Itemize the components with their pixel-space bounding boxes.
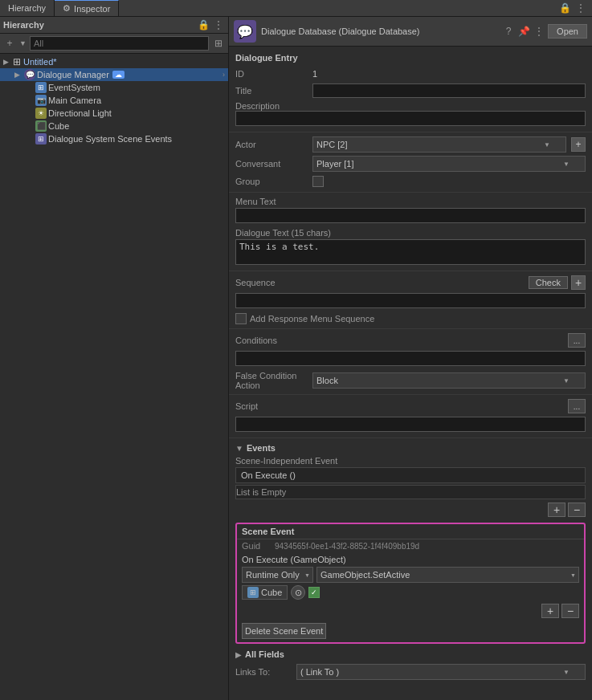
sequence-plus-btn[interactable]: + (571, 275, 586, 290)
add-scene-event-btn[interactable]: + (541, 604, 559, 618)
hierarchy-search-input[interactable] (30, 36, 209, 51)
light-icon: ☀ (35, 108, 47, 119)
cube-object-btn[interactable]: ⊞ Cube (242, 585, 288, 600)
inspector-pin-btn[interactable]: 📌 (517, 25, 530, 38)
add-response-checkbox[interactable] (235, 313, 247, 324)
list-empty-item: List is Empty (235, 485, 586, 499)
sequence-textarea[interactable] (235, 293, 586, 308)
script-row: Script ... (229, 397, 592, 415)
hierarchy-title: Hierarchy (3, 20, 44, 30)
inspector-body: Dialogue Entry ID 1 Title Description Ac… (229, 47, 592, 700)
description-textarea[interactable] (235, 111, 586, 126)
inspector-tab[interactable]: ⚙ Inspector (55, 0, 119, 16)
function-select[interactable]: GameObject.SetActive (316, 567, 579, 583)
remove-event-btn[interactable]: − (568, 503, 586, 517)
scene-event-box: Scene Event Guid 9434565f-0ee1-43f2-8852… (235, 523, 586, 644)
dialogue-text-row: Dialogue Text (15 chars) This is a test. (229, 226, 592, 268)
hierarchy-item-dialogue-manager[interactable]: ▶ 💬 Dialogue Manager ☁ › (0, 68, 228, 81)
event-add-row: + − (235, 503, 586, 517)
hierarchy-item-main-camera[interactable]: 📷 Main Camera (0, 94, 228, 107)
links-row: Links To: ( Link To ) (229, 661, 592, 682)
more-options-button[interactable]: ⋮ (574, 2, 587, 14)
conditions-label: Conditions (235, 336, 565, 345)
hierarchy-item-untitled[interactable]: ▶ ⊞ Untitled (0, 55, 228, 68)
conditions-input-row (229, 349, 592, 369)
inspector-help-btn[interactable]: ? (502, 25, 515, 38)
guid-value: 9434565f-0ee1-43f2-8852-1f4f409bb19d (275, 542, 419, 551)
actor-plus-btn[interactable]: + (571, 137, 586, 152)
scene-icon: ⊞ (13, 56, 21, 67)
conversant-select-wrapper: Player [1] (312, 156, 586, 172)
all-fields-collapse-arrow[interactable]: ▶ (235, 650, 242, 659)
delete-scene-event-btn[interactable]: Delete Scene Event (242, 623, 326, 639)
inspector-more-btn[interactable]: ⋮ (533, 25, 545, 38)
add-event-btn[interactable]: + (548, 503, 565, 517)
cube-active-checkbox[interactable]: ✓ (308, 587, 320, 598)
add-response-label: Add Response Menu Sequence (250, 314, 374, 324)
all-fields-section: ▶ All Fields (229, 647, 592, 661)
hierarchy-search-btn[interactable]: ⊞ (212, 37, 225, 50)
links-select[interactable]: ( Link To ) (296, 664, 586, 680)
hierarchy-content: ▶ ⊞ Untitled ▶ 💬 Dialogue Manager ☁ › ⊞ … (0, 54, 228, 700)
eventsystem-icon: ⊞ (35, 82, 47, 93)
expand-arrow-untitled: ▶ (3, 58, 13, 66)
hierarchy-lock-btn[interactable]: 🔒 (197, 18, 210, 31)
inspector-tab-label: Inspector (74, 4, 110, 14)
lock-button[interactable]: 🔒 (558, 2, 571, 14)
dialogue-text-textarea[interactable]: This is a test. (235, 239, 586, 265)
divider-4 (229, 328, 592, 329)
on-execute-go-label: On Execute (GameObject) (242, 555, 579, 564)
hierarchy-header-controls: 🔒 ⋮ (197, 18, 225, 31)
directional-light-label: Directional Light (48, 108, 112, 118)
conversant-select[interactable]: Player [1] (312, 156, 586, 172)
hierarchy-header: Hierarchy 🔒 ⋮ (0, 17, 228, 34)
all-fields-header: ▶ All Fields (235, 649, 586, 659)
main-camera-label: Main Camera (48, 96, 101, 105)
runtime-select-wrapper: Runtime Only (242, 567, 313, 583)
description-field-row: Description (229, 100, 592, 129)
hierarchy-item-directional-light[interactable]: ☀ Directional Light (0, 107, 228, 120)
hierarchy-item-eventsystem[interactable]: ⊞ EventSystem (0, 81, 228, 94)
hierarchy-add-btn[interactable]: + (3, 37, 16, 50)
hierarchy-item-cube[interactable]: ⬛ Cube (0, 120, 228, 132)
conditions-dots-btn[interactable]: ... (568, 333, 586, 348)
menu-text-textarea[interactable] (235, 208, 586, 223)
script-dots-btn[interactable]: ... (568, 399, 586, 413)
guid-label: Guid (242, 541, 270, 551)
remove-scene-event-btn[interactable]: − (561, 604, 579, 618)
check-button[interactable]: Check (529, 276, 568, 289)
title-input[interactable] (312, 83, 586, 98)
id-value: 1 (312, 69, 586, 79)
expand-arrow-dm: ▶ (14, 71, 24, 79)
inspector-panel: 💬 Dialogue Database (Dialogue Database) … (229, 17, 592, 700)
conditions-textarea[interactable] (235, 351, 586, 366)
id-field-row: ID 1 (229, 66, 592, 82)
actor-select[interactable]: NPC [2] (312, 136, 566, 153)
hierarchy-tab[interactable]: Hierarchy (0, 0, 55, 16)
guid-row: Guid 9434565f-0ee1-43f2-8852-1f4f409bb19… (237, 539, 584, 552)
add-response-row: Add Response Menu Sequence (229, 311, 592, 326)
tab-bar: Hierarchy ⚙ Inspector 🔒 ⋮ (0, 0, 592, 17)
divider-6 (229, 438, 592, 438)
events-collapse-arrow[interactable]: ▼ (235, 444, 243, 453)
divider-5 (229, 394, 592, 395)
hierarchy-item-ds-events[interactable]: ⊞ Dialogue System Scene Events (0, 132, 228, 145)
false-condition-row: False Condition Action Block (229, 369, 592, 392)
menu-text-label: Menu Text (235, 197, 586, 206)
events-section: ▼ Events Scene-Independent Event On Exec… (229, 441, 592, 519)
cube-target-btn[interactable]: ⊙ (291, 585, 305, 600)
dialogue-manager-icon: 💬 (24, 69, 35, 80)
open-button[interactable]: Open (548, 24, 587, 39)
false-condition-select[interactable]: Block (312, 372, 586, 389)
title-field-row: Title (229, 82, 592, 100)
id-label: ID (235, 69, 308, 79)
on-execute-item: On Execute () (235, 467, 586, 483)
runtime-row: Runtime Only GameObject.SetActive (242, 567, 579, 583)
group-checkbox[interactable] (312, 176, 324, 187)
hierarchy-more-btn[interactable]: ⋮ (212, 18, 225, 31)
sequence-input-row (229, 291, 592, 311)
description-label: Description (235, 101, 308, 111)
script-textarea[interactable] (235, 417, 586, 432)
runtime-select[interactable]: Runtime Only (242, 567, 313, 583)
conversant-label: Conversant (235, 159, 308, 169)
